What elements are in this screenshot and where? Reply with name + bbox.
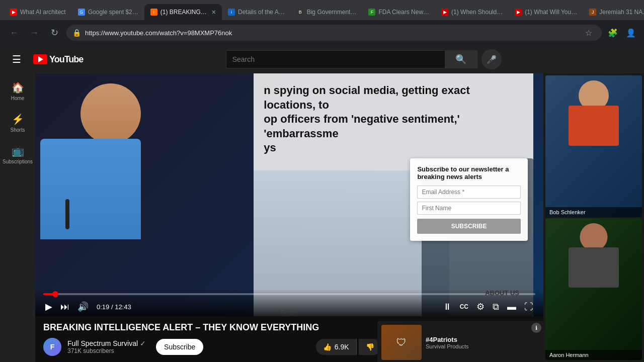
browser-tab-tab-8[interactable]: ▶ (1) What Will You… xyxy=(509,4,583,20)
voice-search-button[interactable]: 🎤 xyxy=(481,49,502,69)
browser-tab-tab-5[interactable]: B Big Government… xyxy=(291,4,363,20)
email-input[interactable] xyxy=(417,186,520,199)
participant-aaron: Aaron Hermann xyxy=(545,218,642,360)
settings-button[interactable]: ⚙ xyxy=(474,299,487,314)
participant-bob: Bob Schlenker xyxy=(545,75,642,217)
search-input[interactable] xyxy=(226,51,445,68)
browser-tab-tab-1[interactable]: ▶ What AI architect xyxy=(4,4,72,20)
refresh-button[interactable]: ↻ xyxy=(46,25,62,41)
yt-logo-icon xyxy=(33,54,47,64)
verified-badge: ✓ xyxy=(140,339,146,347)
pause-indicator-button[interactable]: ⏸ xyxy=(441,300,454,314)
play-pause-button[interactable]: ▶ xyxy=(43,299,54,314)
shorts-icon: ⚡ xyxy=(12,113,24,125)
participant-aaron-name: Aaron Hermann xyxy=(545,350,642,360)
browser-tab-tab-6[interactable]: F FDA Clears New… xyxy=(362,4,435,20)
progress-bar[interactable] xyxy=(43,293,535,295)
address-bar-row: ← → ↻ 🔒 https://www.youtube.com/watch?v=… xyxy=(0,20,644,45)
subtitles-button[interactable]: CC xyxy=(458,301,470,312)
sidebar-item-home[interactable]: 🏠 Home xyxy=(11,81,25,101)
browser-tab-tab-7[interactable]: ▶ (1) When Should… xyxy=(435,4,509,20)
profile-button[interactable]: 👤 xyxy=(624,26,638,40)
news-headline: n spying on social media, getting exact … xyxy=(264,83,523,155)
newsletter-subscribe-button[interactable]: SUBSCRIBE xyxy=(417,219,520,234)
home-icon: 🏠 xyxy=(12,81,24,94)
right-panel: Bob Schlenker Aaron Hermann xyxy=(543,73,644,362)
video-controls: ▶ ⏭ 🔊 0:19 / 12:43 ⏸ CC ⚙ ⧉ ▬ ⛶ xyxy=(35,289,543,316)
url-display: https://www.youtube.com/watch?v=98MXMP76… xyxy=(85,29,578,37)
yt-logo-text: YouTube xyxy=(49,54,83,65)
miniplayer-button[interactable]: ⧉ xyxy=(491,300,501,314)
theater-button[interactable]: ▬ xyxy=(505,300,518,314)
search-button[interactable]: 🔍 xyxy=(445,51,477,68)
back-button[interactable]: ← xyxy=(6,25,22,41)
address-bar[interactable]: 🔒 https://www.youtube.com/watch?v=98MXMP… xyxy=(66,25,602,41)
bookmark-star-icon[interactable]: ☆ xyxy=(582,26,596,40)
yt-menu-button[interactable]: ☰ xyxy=(8,49,25,69)
tab-bar: ▶ What AI architect G Google spent $2… !… xyxy=(0,0,644,20)
browser-chrome: ▶ What AI architect G Google spent $2… !… xyxy=(0,0,644,45)
sidebar-item-shorts[interactable]: ⚡ Shorts xyxy=(11,113,25,133)
extensions-button[interactable]: 🧩 xyxy=(606,26,620,40)
volume-button[interactable]: 🔊 xyxy=(75,299,91,314)
ad-info-button[interactable]: ℹ xyxy=(531,323,541,333)
channel-avatar: F xyxy=(43,338,61,356)
channel-name-text: Full Spectrum Survival xyxy=(67,339,138,347)
like-count: 6.9K xyxy=(335,343,349,351)
yt-sidebar: 🏠 Home ⚡ Shorts 📺 Subscriptions xyxy=(0,73,35,362)
ad-banner[interactable]: 🛡 #4Patriots Survival Products ℹ xyxy=(377,321,543,362)
subscribe-button[interactable]: Subscribe xyxy=(156,339,203,355)
below-video: BREAKING INTELLIGENCE ALERT – THEY KNOW … xyxy=(35,316,543,362)
like-button[interactable]: 👍 6.9K xyxy=(316,339,357,355)
subscriptions-icon: 📺 xyxy=(12,145,24,157)
subscriber-count: 371K subscribers xyxy=(67,347,146,354)
browser-tab-tab-4[interactable]: i Details of the A… xyxy=(222,4,291,20)
about-us-label: ABOUT US xyxy=(485,289,519,297)
content-area: n spying on social media, getting exact … xyxy=(35,73,543,362)
forward-button[interactable]: → xyxy=(26,25,42,41)
name-input[interactable] xyxy=(417,202,520,215)
time-display: 0:19 / 12:43 xyxy=(97,303,131,311)
lock-icon: 🔒 xyxy=(72,29,81,37)
thumbs-up-icon: 👍 xyxy=(323,343,332,351)
newsletter-box: Subscribe to our newsletter a breaking n… xyxy=(410,158,527,241)
browser-tab-tab-2[interactable]: G Google spent $2… xyxy=(72,4,144,20)
yt-logo[interactable]: YouTube xyxy=(33,54,83,65)
browser-tab-tab-3[interactable]: ! (1) BREAKING… × xyxy=(144,4,222,20)
browser-tab-tab-9[interactable]: J Jeremiah 31 NA… xyxy=(583,4,644,20)
newsletter-title: Subscribe to our newsletter a breaking n… xyxy=(417,165,520,180)
next-button[interactable]: ⏭ xyxy=(58,300,71,314)
sidebar-item-subscriptions[interactable]: 📺 Subscriptions xyxy=(3,145,33,164)
yt-header: ☰ YouTube 🔍 🎤 xyxy=(0,45,644,73)
channel-info: Full Spectrum Survival ✓ 371K subscriber… xyxy=(67,339,146,354)
thumbs-down-icon: 👎 xyxy=(366,343,374,351)
participant-bob-name: Bob Schlenker xyxy=(545,207,642,217)
video-player[interactable]: n spying on social media, getting exact … xyxy=(35,73,543,316)
fullscreen-button[interactable]: ⛶ xyxy=(522,300,535,314)
